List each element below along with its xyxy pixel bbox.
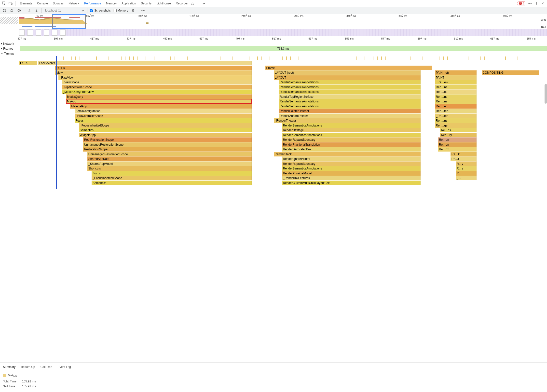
flame-bar[interactable]: _SharedAppModel [87, 161, 252, 166]
flame-bar[interactable]: RenderSemanticsAnnotations [279, 80, 421, 84]
screenshots-checkbox[interactable]: Screenshots [90, 9, 111, 12]
flame-bar[interactable]: Lock events [38, 61, 252, 65]
flame-bar[interactable]: Shortcuts [87, 166, 252, 171]
flame-bar[interactable]: MaterialApp [70, 104, 252, 109]
flame-bar[interactable]: Re…r [451, 156, 477, 161]
download-icon[interactable] [34, 8, 39, 13]
tab-console[interactable]: Console [35, 0, 50, 7]
overview-timeline[interactable]: CPU NET 97 ms997 ms1497 ms1997 ms2497 ms… [0, 14, 547, 29]
flame-bar[interactable]: _RawView [58, 75, 251, 80]
tab-elements[interactable]: Elements [17, 0, 35, 7]
record-icon[interactable] [2, 8, 7, 13]
reload-icon[interactable] [9, 8, 14, 13]
close-icon[interactable]: ✕ [540, 1, 546, 6]
flame-bar[interactable]: RenderAbsorbPointer [279, 113, 421, 118]
tab-performance[interactable]: Performance [82, 0, 104, 7]
more-tabs-icon[interactable]: ≫ [201, 1, 206, 6]
flame-bar[interactable]: LAYOUT [274, 75, 421, 80]
flame-bar[interactable]: Ren…ns [435, 85, 476, 89]
flame-bar[interactable]: UnmanagedRestorationScope [83, 142, 251, 147]
flame-bar[interactable]: RenderCustomMultiChildLayoutBox [282, 181, 421, 185]
flame-bar[interactable]: _PipelineOwnerScope [62, 85, 252, 89]
upload-icon[interactable] [27, 8, 32, 13]
flame-bar[interactable]: Semantics [92, 181, 252, 185]
frames-track-header[interactable]: Frames733.3 ms [0, 46, 547, 51]
tab-application[interactable]: Application [119, 0, 138, 7]
flame-bar[interactable]: Ren…ter [435, 109, 476, 113]
flame-bar[interactable]: HeroControllerScope [75, 113, 252, 118]
capture-settings-icon[interactable] [140, 8, 145, 13]
tab-sources[interactable]: Sources [50, 0, 66, 7]
flame-bar[interactable]: R…l [456, 171, 477, 176]
flame-bar[interactable]: _ViewScope [62, 80, 252, 84]
tab-lighthouse[interactable]: Lighthouse [154, 0, 173, 7]
flame-bar[interactable]: Re…on [438, 142, 477, 147]
tab-network[interactable]: Network [66, 0, 82, 7]
trash-icon[interactable] [131, 8, 136, 13]
memory-checkbox[interactable]: Memory [113, 9, 128, 12]
flame-bar[interactable]: PAINT [435, 75, 476, 80]
flame-bar[interactable]: RenderStack [274, 152, 421, 156]
scrollbar[interactable] [545, 84, 547, 104]
flame-bar[interactable]: RenderSemanticsAnnotations [279, 99, 421, 104]
flame-bar[interactable]: _MediaQueryFromView [62, 89, 252, 94]
film-strip[interactable] [0, 29, 547, 36]
flame-bar[interactable]: BUILD [55, 66, 251, 70]
flame-bar[interactable]: Focus [75, 118, 252, 123]
clear-icon[interactable] [17, 8, 22, 13]
inspect-icon[interactable] [1, 1, 7, 6]
flame-bar[interactable]: RenderFractionalTranslation [282, 142, 421, 147]
flame-bar[interactable]: _FocusInheritedScope [92, 176, 252, 180]
flame-bar[interactable]: Focus [92, 171, 252, 176]
network-track-header[interactable]: Network [0, 41, 547, 46]
error-badge[interactable]: 1 [517, 1, 526, 5]
flame-bar[interactable]: MyApp [66, 99, 252, 104]
tab-security[interactable]: Security [138, 0, 154, 7]
flame-bar[interactable]: LAYOUT (root) [274, 70, 421, 75]
flame-bar[interactable]: Re…ox [438, 147, 477, 152]
flame-bar[interactable]: Ren…ce [435, 89, 476, 94]
flame-bar[interactable]: Semantics [79, 128, 252, 132]
flame-bar[interactable]: RenderOffstage [282, 128, 421, 132]
flame-bar[interactable]: RenderPointerListener [279, 109, 421, 113]
flame-bar[interactable]: RenderIgnorePointer [282, 156, 421, 161]
flame-bar[interactable]: RenderTapRegionSurface [279, 94, 421, 99]
flame-bar[interactable]: RootRestorationScope [83, 137, 251, 142]
flame-bar[interactable]: R…s [456, 166, 477, 171]
flame-bar[interactable]: RenderRepaintBoundary [282, 137, 421, 142]
target-select[interactable]: localhost #1 [44, 9, 85, 13]
flame-bar[interactable]: RenderSemanticsAnnotations [282, 166, 421, 171]
flame-bar[interactable]: RenderRepaintBoundary [282, 161, 421, 166]
flame-bar[interactable]: R…y [456, 161, 477, 166]
flame-bar[interactable]: WidgetsApp [79, 133, 252, 137]
flame-bar[interactable]: RenderSemanticsAnnotations [279, 89, 421, 94]
flame-bar[interactable]: RenderDecoratedBox [282, 147, 421, 152]
flame-bar[interactable]: COMPOSITING [482, 70, 539, 75]
flame-bar[interactable]: Ren…er [435, 104, 476, 109]
flame-bar[interactable]: RenderSemanticsAnnotations [282, 133, 421, 137]
flame-bar[interactable]: RenderSemanticsAnnotations [282, 123, 421, 128]
flame-chart[interactable]: Fr…n Warm-up frameLock eventsBUILDView_R… [0, 56, 547, 189]
flame-bar[interactable]: Ren…ry [440, 133, 476, 137]
flame-bar[interactable]: SharedAppData [87, 156, 252, 161]
flame-bar[interactable]: Fr…n [19, 61, 37, 65]
flame-bar[interactable]: _RenderInkFeatures [282, 176, 421, 180]
time-ruler[interactable]: 377 ms397 ms417 ms437 ms457 ms477 ms497 … [0, 36, 547, 41]
flame-bar[interactable]: Ren…ns [435, 94, 476, 99]
flame-bar[interactable]: ScrollConfiguration [75, 109, 252, 113]
tab-recorder[interactable]: Recorder [173, 0, 190, 7]
flame-bar[interactable]: RenderPhysicalModel [282, 171, 421, 176]
flame-bar[interactable]: View [55, 70, 251, 75]
flame-bar[interactable]: Re…on [438, 137, 477, 142]
flame-bar[interactable]: RenderSemanticsAnnotations [279, 104, 421, 109]
flame-bar[interactable]: RestorationScope [83, 147, 251, 152]
flame-bar[interactable]: Frame [265, 66, 432, 70]
flame-bar[interactable]: _… [456, 176, 477, 180]
flame-bar[interactable]: PAIN…ot) [435, 70, 476, 75]
tab-memory[interactable]: Memory [104, 0, 119, 7]
flame-bar[interactable]: _FocusInheritedScope [79, 123, 252, 128]
flame-bar[interactable]: Re…k [451, 152, 477, 156]
device-toggle-icon[interactable] [8, 1, 13, 6]
settings-icon[interactable] [527, 1, 533, 6]
flame-bar[interactable]: _Re…ew [435, 80, 476, 84]
